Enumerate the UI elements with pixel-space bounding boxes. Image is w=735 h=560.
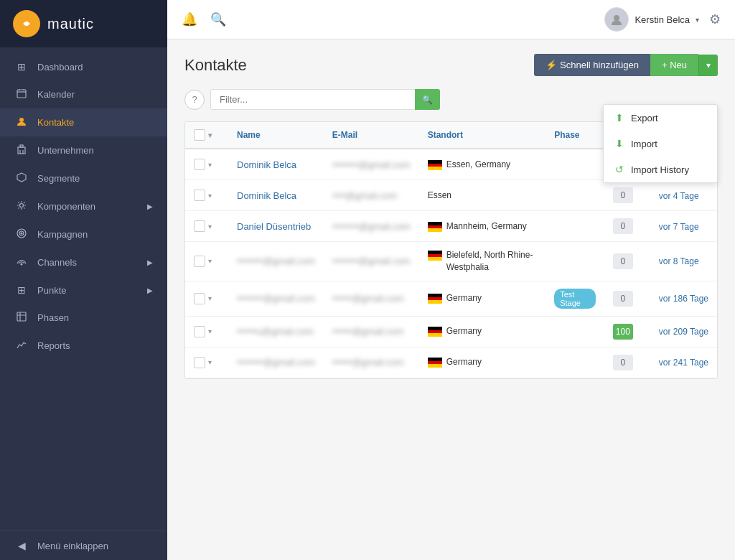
arrow-icon: ▶: [147, 202, 153, 210]
sidebar-item-kalender[interactable]: Kalender: [0, 80, 167, 108]
svg-rect-7: [18, 147, 25, 154]
row-email: ••••••••@gmail.com: [332, 221, 411, 232]
svg-point-12: [20, 204, 24, 207]
column-email[interactable]: E-Mail: [324, 122, 419, 149]
import-icon: ⬇: [615, 138, 624, 149]
search-icon[interactable]: 🔍: [210, 11, 226, 27]
header-actions: ⚡ Schnell hinzufügen + Neu ▾: [534, 54, 718, 76]
sidebar-item-channels[interactable]: Channels ▶: [0, 248, 167, 276]
row-name-cell: ••••••••@gmail.com: [228, 242, 324, 281]
svg-point-16: [21, 263, 22, 265]
row-last-active-cell: vor 186 Tage: [650, 281, 717, 316]
location-text: Essen, Germany: [446, 159, 510, 171]
dashboard-icon: ⊞: [14, 61, 29, 73]
sidebar-item-phasen[interactable]: Phasen: [0, 304, 167, 332]
row-points-cell: 0: [604, 211, 650, 242]
last-active-text: vor 209 Tage: [659, 327, 708, 337]
table-row: ▾ ••••••••@gmail.com••••••@gmail.com Ger…: [185, 281, 717, 316]
location-wrap: Germany: [428, 292, 537, 304]
location-text: Bielefeld, North Rhine-Westphalia: [446, 249, 537, 274]
logo-icon: [13, 10, 40, 37]
phase-badge: Test Stage: [554, 289, 596, 309]
column-name[interactable]: Name: [228, 122, 324, 149]
column-standort[interactable]: Standort: [419, 122, 546, 149]
contact-name-link[interactable]: Dominik Belca: [237, 159, 296, 170]
row-email: ••••@gmail.com: [332, 190, 398, 201]
checkbox-col-chevron[interactable]: ▾: [208, 131, 212, 139]
points-value: 0: [613, 355, 633, 370]
filter-input[interactable]: [210, 89, 440, 110]
row-chevron-icon[interactable]: ▾: [208, 161, 212, 169]
points-value: 100: [613, 324, 633, 340]
quick-add-label: ⚡ Schnell hinzufügen: [546, 60, 638, 70]
sidebar-item-label: Kalender: [37, 89, 75, 100]
location-text: Germany: [446, 325, 482, 337]
row-email: ••••••••@gmail.com: [332, 159, 411, 170]
last-active-text: vor 8 Tage: [659, 256, 699, 266]
last-active-text: vor 7 Tage: [659, 222, 699, 232]
settings-icon[interactable]: ⚙: [709, 11, 721, 27]
sidebar-item-dashboard[interactable]: ⊞ Dashboard: [0, 53, 167, 80]
select-all-checkbox[interactable]: [194, 129, 205, 141]
neu-button[interactable]: + Neu: [650, 54, 698, 76]
row-chevron-icon[interactable]: ▾: [208, 223, 212, 230]
row-chevron-icon[interactable]: ▾: [208, 257, 212, 265]
location-wrap: Essen, Germany: [428, 159, 537, 171]
sidebar-item-kampagnen[interactable]: Kampagnen: [0, 220, 167, 248]
sidebar-nav: ⊞ Dashboard Kalender Kontakte Unternehme…: [0, 47, 167, 531]
row-checkbox[interactable]: [194, 357, 205, 368]
import-history-menu-item[interactable]: ↺ Import History: [604, 157, 717, 182]
row-location-cell: Essen: [419, 180, 546, 211]
sidebar-item-unternehmen[interactable]: Unternehmen: [0, 136, 167, 164]
sidebar-item-punkte[interactable]: ⊞ Punkte ▶: [0, 276, 167, 304]
sidebar-item-kontakte[interactable]: Kontakte: [0, 108, 167, 136]
row-email-cell: ••••••••@gmail.com: [324, 149, 419, 180]
column-phase[interactable]: Phase: [546, 122, 604, 149]
row-chevron-icon[interactable]: ▾: [208, 358, 212, 366]
location-text: Mannheim, Germany: [446, 220, 527, 233]
filter-help-button[interactable]: ?: [184, 90, 205, 110]
notification-icon[interactable]: 🔔: [182, 11, 197, 27]
row-chevron-icon[interactable]: ▾: [208, 327, 212, 335]
contact-name-link[interactable]: Dominik Belca: [237, 190, 296, 201]
sidebar: mautic ⊞ Dashboard Kalender Kontakte Un: [0, 0, 167, 560]
user-caret-icon: ▾: [696, 16, 699, 24]
location-text: Essen: [428, 190, 451, 202]
menu-collapse-button[interactable]: ◀ Menü einklappen: [0, 531, 167, 560]
topbar-right: Kerstin Belca ▾ ⚙: [604, 7, 721, 32]
row-checkbox[interactable]: [194, 326, 205, 337]
points-value: 0: [613, 291, 633, 307]
contact-name-blurred: ••••••u@gmail.com: [237, 326, 314, 337]
user-menu[interactable]: Kerstin Belca ▾: [604, 7, 699, 32]
row-email: ••••••••@gmail.com: [332, 256, 411, 266]
row-checkbox[interactable]: [194, 159, 205, 170]
export-menu-item[interactable]: ⬆ Export: [604, 105, 717, 131]
location-wrap: Bielefeld, North Rhine-Westphalia: [428, 249, 537, 274]
filter-search-button[interactable]: 🔍: [415, 89, 440, 110]
logo-area[interactable]: mautic: [0, 0, 167, 47]
svg-point-1: [24, 22, 29, 26]
row-phase-cell: [546, 347, 604, 378]
location-text: Germany: [446, 356, 482, 368]
sidebar-item-label: Phasen: [37, 312, 69, 323]
sidebar-item-reports[interactable]: Reports: [0, 332, 167, 360]
import-history-icon: ↺: [615, 164, 624, 175]
row-chevron-icon[interactable]: ▾: [208, 294, 212, 302]
row-checkbox[interactable]: [194, 190, 205, 201]
svg-point-18: [614, 15, 619, 21]
row-name-cell: ••••••••@gmail.com: [228, 281, 324, 316]
quick-add-button[interactable]: ⚡ Schnell hinzufügen: [534, 54, 650, 76]
export-label: Export: [631, 113, 658, 123]
row-checkbox[interactable]: [194, 220, 205, 232]
row-chevron-icon[interactable]: ▾: [208, 192, 212, 200]
row-checkbox[interactable]: [194, 293, 205, 304]
unternehmen-icon: [14, 144, 29, 157]
contact-name-link[interactable]: Daniel Düsentrieb: [237, 221, 311, 232]
row-location-cell: Germany: [419, 281, 546, 316]
neu-dropdown-button[interactable]: ▾: [698, 55, 718, 76]
row-checkbox[interactable]: [194, 256, 205, 267]
import-menu-item[interactable]: ⬇ Import: [604, 131, 717, 157]
sidebar-item-komponenten[interactable]: Komponenten ▶: [0, 192, 167, 220]
sidebar-item-segmente[interactable]: Segmente: [0, 164, 167, 192]
svg-marker-11: [17, 173, 26, 182]
